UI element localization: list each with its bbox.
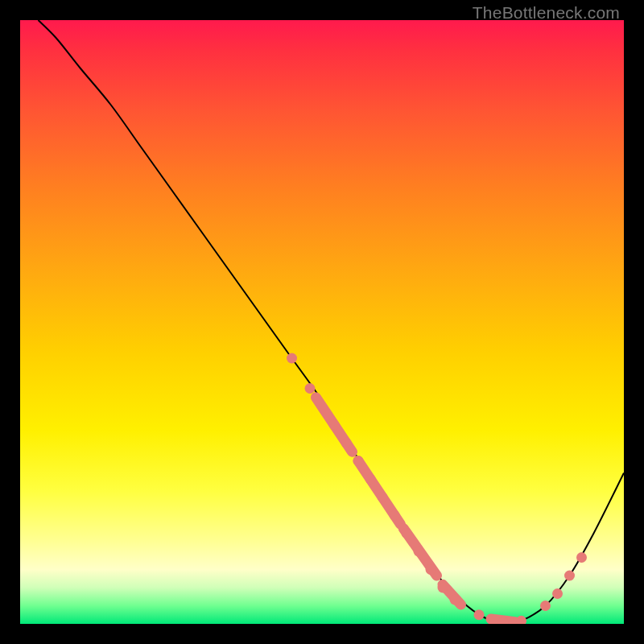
marker-dot xyxy=(426,564,436,575)
marker-dot xyxy=(402,528,412,539)
marker-dot xyxy=(414,547,424,557)
marker-dot xyxy=(287,353,297,364)
marker-dot xyxy=(552,588,563,599)
bottleneck-curve xyxy=(39,20,625,624)
chart-plot-area xyxy=(20,20,624,624)
marker-dot xyxy=(305,383,316,394)
marker-dot xyxy=(564,571,575,581)
marker-dot xyxy=(438,583,448,593)
marker-dot xyxy=(353,456,364,466)
chart-svg xyxy=(20,20,624,624)
marker-bars-group xyxy=(316,398,516,622)
marker-dot xyxy=(540,601,551,611)
marker-dot xyxy=(365,474,376,485)
marker-dot xyxy=(390,510,400,521)
watermark-text: TheBottleneck.com xyxy=(473,3,620,23)
marker-dot xyxy=(576,552,587,563)
marker-dot xyxy=(341,438,352,448)
marker-dot xyxy=(516,616,526,624)
marker-dot xyxy=(378,492,388,502)
marker-dot xyxy=(474,609,485,620)
marker-dots-group xyxy=(287,353,587,625)
marker-dot xyxy=(450,595,460,605)
marker-dot xyxy=(329,419,340,430)
